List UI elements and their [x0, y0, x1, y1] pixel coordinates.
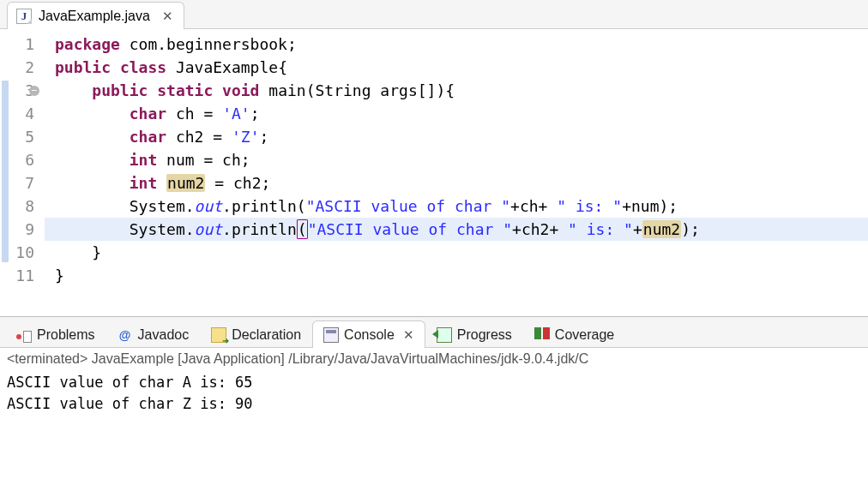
code-line[interactable]: System.out.println("ASCII value of char …	[55, 195, 868, 218]
code-area[interactable]: package com.beginnersbook;public class J…	[45, 33, 868, 287]
code-line[interactable]: int num = ch;	[55, 148, 868, 171]
line-number: 11	[0, 264, 34, 287]
console-status: <terminated> JavaExample [Java Applicati…	[0, 348, 868, 368]
progress-icon	[437, 327, 452, 343]
bottom-panel: Problems @ Javadoc Declaration Console ✕…	[0, 316, 868, 418]
code-line[interactable]: char ch = 'A';	[55, 102, 868, 125]
code-line[interactable]: System.out.println("ASCII value of char …	[45, 218, 868, 241]
code-line[interactable]: public class JavaExample{	[55, 56, 868, 79]
declaration-icon	[211, 327, 226, 343]
code-line[interactable]: package com.beginnersbook;	[55, 33, 868, 56]
console-icon	[323, 327, 339, 343]
fold-toggle-icon[interactable]: −	[29, 86, 39, 96]
coverage-icon	[534, 327, 550, 343]
tab-label: Declaration	[232, 327, 301, 343]
close-icon[interactable]: ✕	[403, 327, 414, 343]
tab-console[interactable]: Console ✕	[312, 320, 425, 348]
code-line[interactable]: }	[55, 241, 868, 264]
console-line: ASCII value of char A is: 65	[7, 372, 861, 393]
tab-label: Console	[344, 327, 395, 343]
tab-label: Progress	[457, 327, 512, 343]
problems-icon	[16, 327, 32, 343]
console-line: ASCII value of char Z is: 90	[7, 393, 861, 415]
panel-tab-bar: Problems @ Javadoc Declaration Console ✕…	[0, 317, 868, 348]
tab-javadoc[interactable]: @ Javadoc	[106, 320, 201, 348]
close-icon[interactable]: ✕	[162, 9, 173, 24]
line-number-gutter: 123−4567891011	[0, 33, 45, 287]
tab-label: Coverage	[555, 327, 614, 343]
line-number: 2	[0, 56, 34, 79]
tab-coverage[interactable]: Coverage	[523, 320, 625, 348]
editor-tab-label: JavaExample.java	[39, 9, 150, 24]
console-output[interactable]: ASCII value of char A is: 65ASCII value …	[0, 368, 868, 418]
line-number: 1	[0, 33, 34, 56]
change-marker-bar	[2, 81, 9, 262]
tab-progress[interactable]: Progress	[425, 320, 523, 348]
editor-tab-javaexample[interactable]: J JavaExample.java ✕	[7, 2, 184, 29]
code-editor[interactable]: 123−4567891011 package com.beginnersbook…	[0, 29, 868, 296]
java-file-icon: J	[16, 9, 32, 24]
javadoc-icon: @	[118, 327, 133, 343]
code-line[interactable]: public static void main(String args[]){	[55, 79, 868, 102]
tab-label: Problems	[37, 327, 95, 343]
editor-tab-bar: J JavaExample.java ✕	[0, 0, 868, 29]
code-line[interactable]: char ch2 = 'Z';	[55, 125, 868, 148]
code-line[interactable]: int num2 = ch2;	[55, 171, 868, 195]
tab-declaration[interactable]: Declaration	[200, 320, 312, 348]
tab-problems[interactable]: Problems	[5, 320, 106, 348]
code-line[interactable]: }	[55, 264, 868, 287]
tab-label: Javadoc	[138, 327, 190, 343]
